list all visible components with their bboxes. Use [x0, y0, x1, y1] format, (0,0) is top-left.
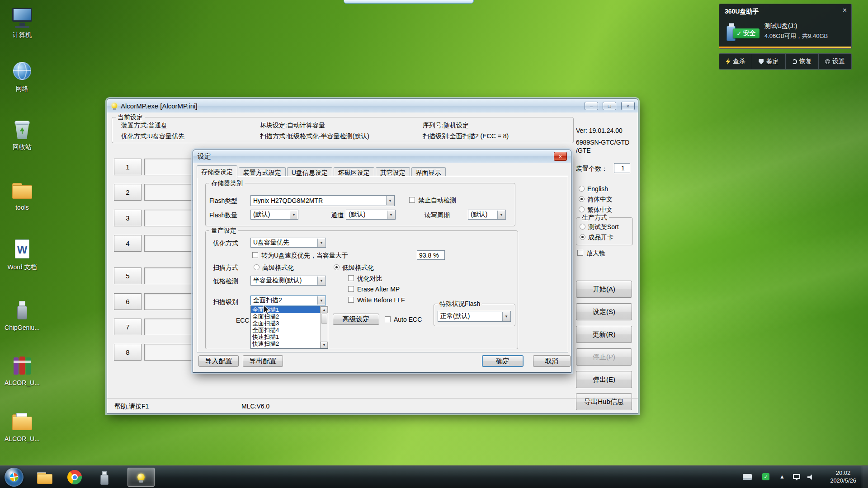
desktop-icon-chipgenius[interactable]: ChipGeniu... — [3, 299, 42, 331]
auto-ecc-label[interactable]: Auto ECC — [394, 316, 422, 323]
taskbar-chrome-button[interactable] — [62, 468, 87, 487]
volume-tray-icon[interactable] — [807, 474, 814, 480]
scan-mode-lowlevel-radio[interactable] — [334, 264, 340, 270]
write-before-llf-checkbox[interactable] — [348, 297, 354, 303]
network-tray-icon[interactable] — [793, 474, 800, 479]
eject-button[interactable]: 弹出(E) — [576, 371, 632, 388]
speed-priority-label[interactable]: 转为U盘速度优先，当容量大于 — [261, 252, 348, 260]
collapsed-360-toolbar[interactable] — [344, 0, 474, 4]
taskbar-usb-tool-button[interactable] — [92, 468, 117, 487]
disable-autodetect-checkbox[interactable] — [409, 197, 415, 203]
taskbar-clock[interactable]: 20:02 2020/5/26 — [830, 469, 856, 484]
desktop-icon-alcor-folder[interactable]: ALCOR_U... — [3, 410, 42, 442]
start-button[interactable]: 开始(A) — [576, 281, 632, 298]
start-button[interactable] — [5, 468, 24, 487]
magnifier-checkbox[interactable] — [577, 250, 583, 256]
lang-radio-english[interactable] — [579, 186, 585, 192]
taskbar-explorer-button[interactable] — [33, 468, 57, 487]
dropdown-item[interactable]: 全面扫描4 — [251, 327, 320, 333]
chevron-down-icon[interactable]: ▼ — [387, 211, 395, 219]
maximize-button[interactable]: □ — [603, 102, 616, 110]
disable-autodetect-label[interactable]: 禁止自动检测 — [418, 197, 456, 205]
desktop-icon-computer[interactable]: 计算机 — [3, 6, 42, 38]
chevron-down-icon[interactable]: ▼ — [502, 312, 510, 321]
close-icon[interactable]: × — [843, 6, 847, 14]
desktop-icon-word-doc[interactable]: W Word 文档 — [3, 239, 42, 271]
desktop-icon-alcor-rar[interactable]: ALCOR_U... — [3, 354, 42, 386]
optimize-compare-label[interactable]: 优化对比 — [357, 275, 382, 283]
show-desktop-button[interactable] — [862, 466, 868, 488]
import-config-button[interactable]: 导入配置 — [198, 355, 239, 367]
ok-button[interactable]: 确定 — [482, 355, 524, 367]
scan-mode-option-label[interactable]: 低级格式化 — [342, 264, 374, 272]
safely-remove-usb-tray-icon[interactable]: ✓ — [762, 473, 769, 480]
export-hub-button[interactable]: 导出Hub信息 — [576, 393, 632, 410]
dropdown-item[interactable]: 全面扫描1 — [251, 306, 320, 313]
advanced-settings-button[interactable]: 高级设定 — [333, 314, 379, 325]
chevron-down-icon[interactable]: ▼ — [290, 211, 297, 219]
channel-combo[interactable]: (默认) ▼ — [346, 210, 396, 220]
llf-detect-combo[interactable]: 半容量检测(默认) ▼ — [250, 276, 326, 286]
scrollbar-thumb[interactable] — [321, 314, 327, 324]
scroll-up-icon[interactable]: ▲ — [321, 306, 328, 313]
scan-button[interactable]: 查杀 — [719, 54, 752, 69]
magnifier-label[interactable]: 放大镜 — [586, 249, 605, 258]
dropdown-item[interactable]: 快速扫描2 — [251, 340, 320, 347]
show-hidden-icons-button[interactable]: ▲ — [779, 474, 785, 480]
lang-radio-traditional[interactable] — [579, 206, 585, 212]
group-legend: 量产设定 — [209, 227, 238, 234]
tab-storage-settings[interactable]: 存储器设定 — [197, 165, 237, 178]
touch-keyboard-tray-icon[interactable] — [743, 474, 752, 480]
alcormp-titlebar[interactable]: AlcorMP.exe [AlcorMP.ini] — [107, 99, 638, 113]
speed-priority-checkbox[interactable] — [252, 252, 258, 258]
flash-count-combo[interactable]: (默认) ▼ — [250, 210, 298, 220]
chevron-down-icon[interactable]: ▼ — [317, 296, 325, 305]
update-button[interactable]: 更新(R) — [576, 326, 632, 343]
settings-button[interactable]: 设定(S) — [576, 303, 632, 320]
prod-label[interactable]: 成品开卡 — [588, 234, 613, 242]
chevron-down-icon[interactable]: ▼ — [317, 277, 325, 285]
optimize-compare-checkbox[interactable] — [348, 275, 354, 281]
device-count-field[interactable]: 1 — [614, 163, 630, 173]
settings-360-button[interactable]: 设置 — [819, 54, 851, 69]
dropdown-item[interactable]: 快速扫描1 — [251, 333, 320, 340]
dropdown-item[interactable]: 全面扫描2 — [251, 313, 320, 320]
dialog-close-button[interactable]: × — [554, 152, 567, 161]
taskbar-alcormp-button[interactable] — [127, 468, 155, 487]
erase-after-mp-checkbox[interactable] — [348, 286, 354, 292]
dropdown-scrollbar[interactable]: ▲ ▼ — [320, 306, 328, 348]
rw-cycle-combo[interactable]: (默认) ▼ — [468, 210, 506, 220]
lang-label[interactable]: 简体中文 — [587, 196, 613, 204]
chevron-down-icon[interactable]: ▼ — [317, 239, 325, 247]
special-flash-combo[interactable]: 正常(默认) ▼ — [438, 311, 511, 322]
lang-label[interactable]: English — [587, 185, 608, 192]
prod-radio-sort[interactable] — [580, 224, 585, 230]
optimize-mode-combo[interactable]: U盘容量优先 ▼ — [250, 238, 326, 248]
scan-level-combo[interactable]: 全面扫描2 ▼ — [250, 296, 326, 305]
lang-radio-simplified[interactable] — [579, 196, 585, 202]
dropdown-item[interactable]: 全面扫描3 — [251, 320, 320, 327]
auto-ecc-checkbox[interactable] — [385, 316, 391, 322]
desktop-icon-tools[interactable]: tools — [3, 179, 42, 211]
desktop-icon-recycle-bin[interactable]: 回收站 — [3, 118, 42, 150]
capacity-percent-field[interactable]: 93.8 % — [417, 250, 445, 260]
scan-mode-option-label[interactable]: 高级格式化 — [262, 264, 294, 272]
identify-button[interactable]: 鉴定 — [752, 54, 785, 69]
minimize-button[interactable]: – — [585, 102, 598, 110]
flash-type-combo[interactable]: Hynix H27QDG8M2MTR ▼ — [250, 195, 395, 206]
chevron-down-icon[interactable]: ▼ — [386, 196, 394, 205]
lang-label[interactable]: 繁体中文 — [587, 206, 613, 214]
prod-radio-finished[interactable] — [580, 234, 585, 240]
restore-button[interactable]: 恢复 — [786, 54, 819, 69]
export-config-button[interactable]: 导出配置 — [243, 355, 283, 367]
write-before-llf-label[interactable]: Write Before LLF — [357, 296, 405, 304]
close-button[interactable]: × — [621, 102, 635, 110]
prod-label[interactable]: 测试架Sort — [588, 223, 619, 231]
dialog-titlebar[interactable]: 设定 — [193, 150, 571, 163]
erase-after-mp-label[interactable]: Erase After MP — [357, 286, 400, 293]
chevron-down-icon[interactable]: ▼ — [497, 211, 505, 219]
scan-mode-advanced-radio[interactable] — [254, 264, 259, 270]
scroll-down-icon[interactable]: ▼ — [321, 342, 328, 348]
cancel-button[interactable]: 取消 — [533, 355, 571, 367]
desktop-icon-network[interactable]: 网络 — [3, 60, 42, 92]
